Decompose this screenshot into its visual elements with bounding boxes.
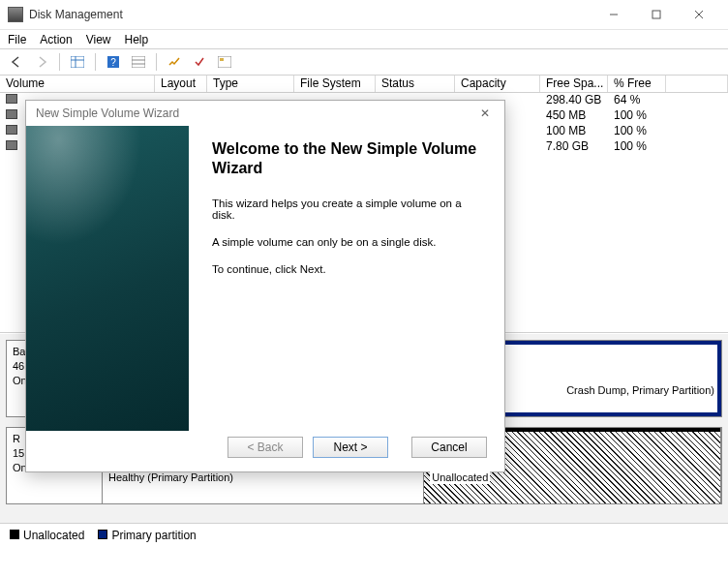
svg-rect-4: [71, 56, 84, 68]
toolbar: ?: [0, 48, 728, 76]
cell-pct: 64 %: [608, 93, 666, 108]
legend-unallocated: Unallocated: [10, 529, 84, 542]
maximize-button[interactable]: [635, 1, 678, 28]
wizard-back-button[interactable]: < Back: [228, 437, 303, 458]
col-capacity[interactable]: Capacity: [455, 76, 540, 92]
toolbar-separator: [156, 53, 157, 71]
wizard-next-button[interactable]: Next >: [313, 437, 388, 458]
svg-rect-13: [220, 58, 224, 61]
forward-button[interactable]: [31, 51, 52, 73]
volume-list-header[interactable]: Volume Layout Type File System Status Ca…: [0, 76, 728, 93]
toolbar-separator: [59, 53, 60, 71]
volume-icon: [6, 125, 17, 135]
legend-unallocated-label: Unallocated: [23, 529, 84, 542]
svg-text:?: ?: [110, 57, 116, 68]
view-panes-icon[interactable]: [67, 51, 88, 73]
wizard-heading: Welcome to the New Simple Volume Wizard: [212, 139, 487, 178]
cell-pct: 100 %: [608, 124, 666, 139]
svg-rect-9: [132, 56, 145, 68]
col-spacer: [666, 76, 728, 92]
cell-pct: 100 %: [608, 139, 666, 155]
cell-free: 7.80 GB: [540, 139, 608, 155]
legend-primary-label: Primary partition: [111, 529, 196, 542]
volume-icon: [6, 109, 17, 119]
wizard-text-2: A simple volume can only be on a single …: [212, 236, 487, 248]
new-simple-volume-wizard: New Simple Volume Wizard ✕ Welcome to th…: [25, 100, 505, 472]
partition-label: Unallocated: [430, 471, 490, 484]
wizard-title-bar[interactable]: New Simple Volume Wizard ✕: [26, 101, 504, 126]
wizard-body: Welcome to the New Simple Volume Wizard …: [26, 126, 504, 431]
cell-free: 450 MB: [540, 108, 608, 124]
col-volume[interactable]: Volume: [0, 76, 155, 92]
menu-file[interactable]: File: [8, 33, 26, 46]
col-layout[interactable]: Layout: [155, 76, 207, 92]
check-icon[interactable]: [189, 51, 210, 73]
help-icon[interactable]: ?: [103, 51, 124, 73]
legend-bar: Unallocated Primary partition: [0, 523, 728, 546]
col-status[interactable]: Status: [376, 76, 455, 92]
refresh-icon[interactable]: [164, 51, 185, 73]
wizard-button-row: < Back Next > Cancel: [26, 431, 504, 471]
minimize-button[interactable]: [592, 1, 635, 28]
toolbar-separator: [95, 53, 96, 71]
window-title: Disk Management: [29, 8, 592, 21]
menu-help[interactable]: Help: [125, 33, 149, 46]
menu-view[interactable]: View: [86, 33, 111, 46]
col-free-space[interactable]: Free Spa...: [540, 76, 608, 92]
svg-rect-1: [652, 11, 660, 18]
wizard-main: Welcome to the New Simple Volume Wizard …: [189, 126, 504, 431]
svg-rect-12: [218, 56, 231, 68]
cell-free: 100 MB: [540, 124, 608, 139]
wizard-close-button[interactable]: ✕: [475, 106, 495, 120]
cell-free: 298.40 GB: [540, 93, 608, 108]
wizard-text-1: This wizard helps you create a simple vo…: [212, 197, 487, 221]
app-icon: [8, 7, 23, 22]
col-type[interactable]: Type: [207, 76, 294, 92]
col-pct-free[interactable]: % Free: [608, 76, 666, 92]
menu-action[interactable]: Action: [40, 33, 72, 46]
legend-primary: Primary partition: [98, 529, 196, 542]
col-filesystem[interactable]: File System: [294, 76, 376, 92]
menu-bar: File Action View Help: [0, 29, 728, 48]
wizard-title-text: New Simple Volume Wizard: [36, 106, 475, 120]
wizard-text-3: To continue, click Next.: [212, 263, 487, 275]
partition-label: Healthy (Primary Partition): [108, 471, 417, 484]
close-button[interactable]: [678, 1, 720, 28]
wizard-cancel-button[interactable]: Cancel: [411, 437, 487, 458]
cell-pct: 100 %: [608, 108, 666, 124]
volume-icon: [6, 94, 17, 104]
list-icon[interactable]: [128, 51, 149, 73]
legend-swatch-black: [10, 530, 19, 539]
legend-swatch-navy: [98, 530, 107, 539]
volume-icon: [6, 140, 17, 150]
wizard-side-graphic: [26, 126, 189, 431]
back-button[interactable]: [6, 51, 27, 73]
details-pane-icon[interactable]: [214, 51, 235, 73]
title-bar: Disk Management: [0, 0, 728, 29]
